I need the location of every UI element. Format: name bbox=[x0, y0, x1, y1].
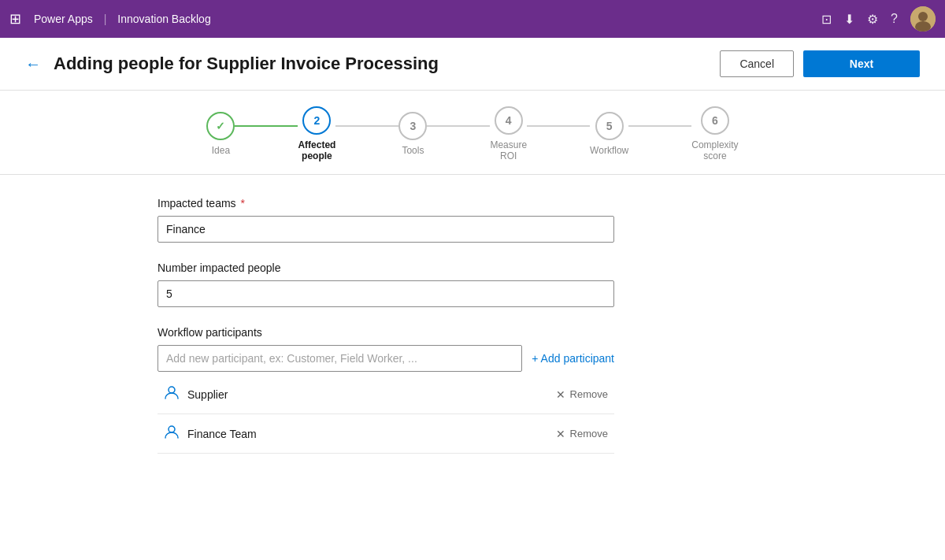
connector-1-2 bbox=[235, 125, 298, 127]
waffle-icon[interactable]: ⊞ bbox=[9, 10, 21, 28]
person-icon bbox=[164, 424, 180, 443]
participant-info-finance: Finance Team bbox=[164, 424, 257, 443]
impacted-teams-input[interactable] bbox=[158, 216, 614, 243]
step-2-circle: 2 bbox=[302, 106, 331, 135]
step-progress: ✓ Idea 2 Affectedpeople 3 Tools 4 Measur… bbox=[0, 91, 945, 175]
x-icon: ✕ bbox=[556, 428, 565, 440]
person-icon bbox=[164, 384, 180, 404]
back-button[interactable]: ← bbox=[25, 56, 41, 72]
screen-icon[interactable]: ⊡ bbox=[821, 12, 832, 27]
participant-name-finance: Finance Team bbox=[187, 428, 257, 440]
step-4-label: MeasureROI bbox=[490, 139, 527, 161]
remove-label-supplier: Remove bbox=[570, 388, 608, 400]
number-impacted-label: Number impacted people bbox=[158, 261, 788, 274]
header-buttons: Cancel Next bbox=[720, 50, 920, 77]
help-icon[interactable]: ? bbox=[891, 12, 898, 26]
step-3-circle: 3 bbox=[398, 112, 427, 140]
workflow-participants-label: Workflow participants bbox=[158, 326, 788, 339]
topbar-right: ⊡ ⬇ ⚙ ? bbox=[821, 6, 936, 32]
svg-point-1 bbox=[918, 12, 928, 21]
step-6-circle: 6 bbox=[701, 106, 729, 135]
participant-input[interactable] bbox=[158, 345, 522, 372]
participant-info-supplier: Supplier bbox=[164, 384, 228, 404]
topbar-page-name: Innovation Backlog bbox=[117, 13, 210, 25]
step-5[interactable]: 5 Workflow bbox=[590, 112, 628, 156]
step-3-label: Tools bbox=[402, 145, 424, 156]
form-area: Impacted teams * Number impacted people … bbox=[0, 175, 945, 560]
step-1[interactable]: ✓ Idea bbox=[206, 112, 235, 156]
participant-name-supplier: Supplier bbox=[187, 388, 228, 401]
topbar-separator: | bbox=[104, 13, 107, 25]
main-content: ← Adding people for Supplier Invoice Pro… bbox=[0, 38, 945, 560]
step-5-label: Workflow bbox=[590, 145, 628, 156]
page-title-area: ← Adding people for Supplier Invoice Pro… bbox=[25, 54, 439, 74]
step-4-circle: 4 bbox=[495, 106, 523, 135]
remove-finance-button[interactable]: ✕ Remove bbox=[556, 428, 608, 440]
step-3[interactable]: 3 Tools bbox=[398, 112, 427, 156]
connector-3-4 bbox=[427, 125, 490, 127]
step-1-circle: ✓ bbox=[206, 112, 235, 140]
participant-add-row: + Add participant bbox=[158, 345, 614, 372]
connector-5-6 bbox=[628, 125, 691, 127]
avatar[interactable] bbox=[910, 6, 936, 32]
page-header: ← Adding people for Supplier Invoice Pro… bbox=[0, 38, 945, 91]
next-button[interactable]: Next bbox=[803, 50, 920, 77]
number-impacted-input[interactable] bbox=[158, 280, 614, 307]
workflow-participants-group: Workflow participants + Add participant bbox=[158, 326, 788, 454]
settings-icon[interactable]: ⚙ bbox=[867, 12, 878, 27]
svg-point-4 bbox=[169, 426, 175, 432]
svg-point-3 bbox=[169, 387, 175, 393]
participant-row: Finance Team ✕ Remove bbox=[158, 414, 614, 454]
required-star: * bbox=[238, 197, 245, 210]
x-icon: ✕ bbox=[556, 388, 565, 401]
page-title: Adding people for Supplier Invoice Proce… bbox=[54, 54, 439, 74]
step-4[interactable]: 4 MeasureROI bbox=[490, 106, 527, 161]
download-icon[interactable]: ⬇ bbox=[844, 12, 854, 27]
step-2-label: Affectedpeople bbox=[298, 139, 335, 161]
number-impacted-group: Number impacted people bbox=[158, 261, 788, 307]
step-6-label: Complexityscore bbox=[691, 139, 738, 161]
step-2[interactable]: 2 Affectedpeople bbox=[298, 106, 335, 161]
step-6[interactable]: 6 Complexityscore bbox=[691, 106, 738, 161]
add-participant-button[interactable]: + Add participant bbox=[532, 352, 614, 365]
impacted-teams-label: Impacted teams * bbox=[158, 197, 788, 210]
remove-supplier-button[interactable]: ✕ Remove bbox=[556, 388, 608, 401]
impacted-teams-group: Impacted teams * bbox=[158, 197, 788, 243]
remove-label-finance: Remove bbox=[570, 428, 608, 439]
cancel-button[interactable]: Cancel bbox=[720, 50, 794, 77]
participant-row: Supplier ✕ Remove bbox=[158, 375, 614, 414]
step-5-circle: 5 bbox=[595, 112, 624, 140]
participant-list: Supplier ✕ Remove bbox=[158, 375, 614, 454]
connector-2-3 bbox=[335, 125, 398, 127]
app-name: Power Apps bbox=[34, 13, 93, 25]
connector-4-5 bbox=[527, 125, 590, 127]
topbar: ⊞ Power Apps | Innovation Backlog ⊡ ⬇ ⚙ … bbox=[0, 0, 945, 38]
step-1-label: Idea bbox=[212, 145, 230, 156]
